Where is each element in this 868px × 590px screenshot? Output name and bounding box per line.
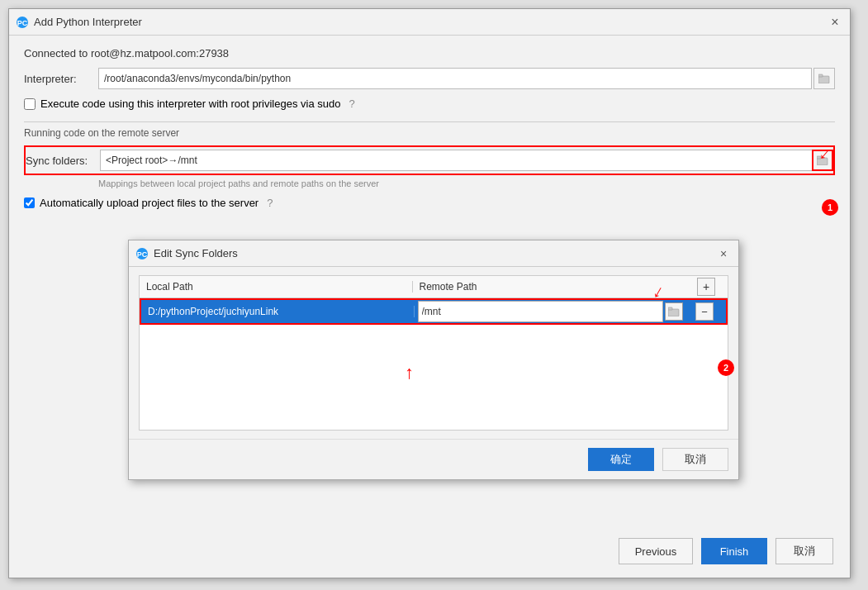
sync-browse-button[interactable]	[812, 150, 833, 171]
mappings-hint: Mappings between local project paths and…	[98, 178, 835, 188]
main-close-button[interactable]: ×	[827, 14, 843, 31]
svg-rect-9	[668, 307, 672, 310]
sub-dialog-body: Local Path Remote Path + D:/pythonProjec…	[129, 267, 738, 439]
interpreter-label: Interpreter:	[24, 73, 98, 85]
add-row-button[interactable]: +	[697, 278, 715, 296]
table-body: D:/pythonProject/juchiyunLink −	[139, 298, 728, 431]
main-dialog-body: Connected to root@hz.matpool.com:27938 I…	[9, 36, 850, 229]
sub-close-button[interactable]: ×	[715, 245, 732, 262]
col-actions-header: +	[685, 278, 728, 296]
col-local-header: Local Path	[140, 281, 413, 293]
confirm-button[interactable]: 确定	[588, 448, 654, 471]
main-title-bar: PC Add Python Interpreter ×	[9, 9, 850, 36]
sub-dialog-footer: 确定 取消	[129, 439, 738, 479]
finish-button[interactable]: Finish	[701, 538, 767, 564]
remote-path-cell	[415, 301, 684, 322]
cancel-sub-button[interactable]: 取消	[662, 448, 728, 471]
table-row[interactable]: D:/pythonProject/juchiyunLink −	[140, 298, 728, 325]
connected-label: Connected to root@hz.matpool.com:27938	[24, 47, 835, 59]
cancel-main-button[interactable]: 取消	[776, 538, 833, 564]
sync-label: Sync folders:	[26, 155, 100, 167]
svg-rect-3	[818, 74, 823, 77]
sync-input[interactable]	[100, 150, 833, 171]
auto-upload-help-icon: ?	[267, 197, 273, 209]
svg-rect-5	[817, 156, 821, 159]
svg-rect-4	[817, 158, 828, 165]
svg-text:PC: PC	[137, 250, 148, 259]
interpreter-browse-button[interactable]	[813, 68, 835, 89]
local-path-cell: D:/pythonProject/juchiyunLink	[141, 306, 415, 317]
sudo-checkbox-row: Execute code using this interpreter with…	[24, 98, 835, 110]
main-footer: Previous Finish 取消	[619, 538, 833, 564]
app-icon: PC	[16, 16, 29, 29]
edit-sync-folders-dialog: PC Edit Sync Folders × Local Path Remote…	[128, 240, 739, 480]
remote-path-input[interactable]	[418, 301, 664, 322]
sub-app-icon: PC	[135, 247, 149, 260]
auto-upload-row: Automatically upload project files to th…	[24, 197, 835, 209]
sudo-label: Execute code using this interpreter with…	[40, 98, 340, 110]
auto-upload-label: Automatically upload project files to th…	[40, 197, 259, 209]
sudo-checkbox[interactable]	[24, 98, 36, 110]
help-icon: ?	[349, 98, 354, 110]
remove-row-button[interactable]: −	[695, 302, 714, 321]
sub-title-bar: PC Edit Sync Folders ×	[129, 240, 738, 267]
sync-field-box	[100, 150, 833, 171]
row-actions: −	[683, 302, 726, 321]
section-label: Running code on the remote server	[24, 121, 835, 139]
table-header: Local Path Remote Path +	[139, 275, 728, 298]
auto-upload-checkbox[interactable]	[24, 197, 35, 208]
interpreter-input[interactable]	[98, 68, 812, 89]
svg-rect-8	[668, 309, 679, 316]
sync-folders-row: Sync folders:	[24, 145, 835, 175]
svg-text:PC: PC	[17, 19, 28, 27]
col-remote-header: Remote Path	[413, 281, 685, 293]
remote-browse-button[interactable]	[665, 302, 683, 321]
previous-button[interactable]: Previous	[619, 538, 693, 564]
interpreter-row: Interpreter:	[24, 68, 835, 89]
sub-dialog-title: Edit Sync Folders	[154, 247, 715, 259]
main-title: Add Python Interpreter	[34, 16, 827, 28]
svg-rect-2	[818, 76, 829, 83]
